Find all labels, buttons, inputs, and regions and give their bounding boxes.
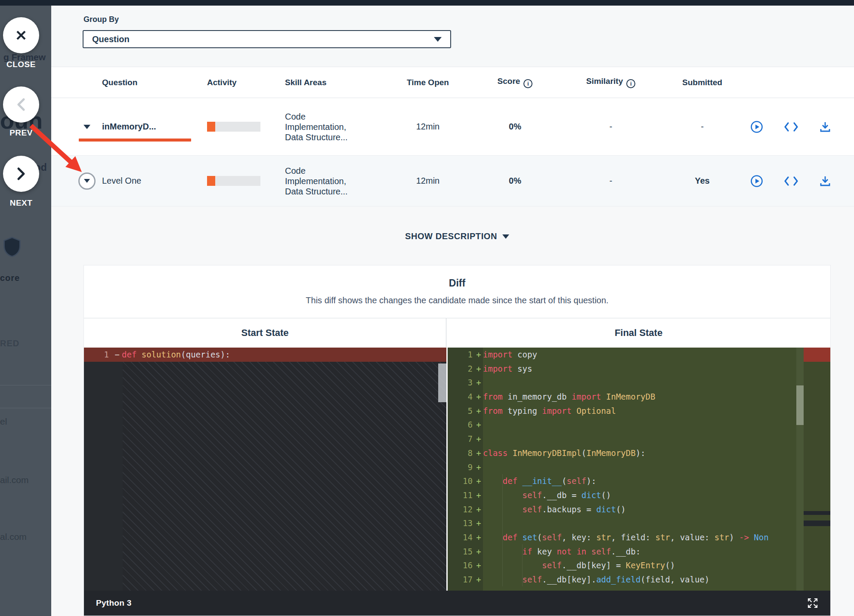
code-line: 1−def solution(queries): xyxy=(84,348,446,362)
code-line: 9+ xyxy=(448,460,796,474)
caret-down-icon xyxy=(434,37,442,42)
diff-card: Diff This diff shows the changes the can… xyxy=(84,265,831,616)
final-state-header: Final State xyxy=(447,318,830,348)
chevron-down-icon[interactable] xyxy=(84,125,90,129)
download-button[interactable] xyxy=(819,175,831,187)
code-line: 1+import copy xyxy=(448,348,796,362)
view-code-button[interactable] xyxy=(784,176,798,187)
score-cell: 0% xyxy=(477,122,553,132)
activity-bar xyxy=(207,176,260,186)
play-icon xyxy=(750,120,763,133)
score-cell: 0% xyxy=(477,176,553,186)
group-by-section: Group By Question xyxy=(51,6,854,67)
next-button[interactable] xyxy=(3,156,39,192)
view-code-button[interactable] xyxy=(784,121,798,132)
minimap-removed-mark xyxy=(804,348,831,362)
start-state-editor: 1−def solution(queries): xyxy=(84,348,446,591)
scrollbar-thumb[interactable] xyxy=(796,385,804,425)
code-line: 3+ xyxy=(448,376,796,390)
diff-subtitle: This diff shows the changes the candidat… xyxy=(84,296,830,305)
code-line: 7+ xyxy=(448,432,796,446)
fullscreen-button[interactable] xyxy=(807,598,818,609)
time-open-cell: 12min xyxy=(378,176,477,186)
code-line: 2+import sys xyxy=(448,362,796,376)
code-line: 10+ def __init__(self): xyxy=(448,474,796,488)
column-header-question: Question xyxy=(51,78,202,87)
chevron-left-icon xyxy=(15,97,27,112)
floating-nav: CLOSE PREV NEXT xyxy=(0,0,52,616)
group-by-value: Question xyxy=(92,34,130,44)
code-line: 6+ xyxy=(448,418,796,432)
column-header-submitted: Submitted xyxy=(669,78,736,87)
question-name[interactable]: inMemoryD... xyxy=(102,122,156,132)
annotation-underline xyxy=(79,139,191,142)
activity-fill xyxy=(207,176,215,186)
skill-areas-cell: Code Implementation, Data Structure... xyxy=(275,111,378,142)
activity-bar xyxy=(207,122,260,132)
submitted-cell: - xyxy=(669,122,736,132)
prev-button[interactable] xyxy=(3,86,39,123)
skill-areas-cell: Code Implementation, Data Structure... xyxy=(275,166,378,197)
code-icon xyxy=(784,121,798,132)
code-line: 4+from in_memory_db import InMemoryDB xyxy=(448,390,796,404)
removed-region-hatch xyxy=(123,362,446,591)
column-header-activity: Activity xyxy=(202,78,275,87)
code-line: 11+ self.__db = dict() xyxy=(448,488,796,502)
download-icon xyxy=(819,175,831,187)
prev-label: PREV xyxy=(0,128,42,138)
question-name[interactable]: Level One xyxy=(102,176,141,186)
code-line: 12+ self.backups = dict() xyxy=(448,502,796,517)
time-open-cell: 12min xyxy=(378,122,477,132)
start-state-header: Start State xyxy=(84,318,446,348)
similarity-cell: - xyxy=(553,176,669,186)
play-recording-button[interactable] xyxy=(750,120,763,133)
column-header-time-open: Time Open xyxy=(378,78,477,87)
report-panel: Group By Question Question Activity Skil… xyxy=(51,6,854,616)
language-label: Python 3 xyxy=(96,598,132,608)
download-button[interactable] xyxy=(819,121,831,133)
similarity-info-icon[interactable]: i xyxy=(626,79,635,88)
code-line: 14+ def set(self, key: str, field: str, … xyxy=(448,530,796,545)
group-by-select[interactable]: Question xyxy=(83,30,451,48)
table-header: Question Activity Skill Areas Time Open … xyxy=(51,67,854,98)
close-button[interactable] xyxy=(3,17,39,53)
close-icon xyxy=(14,28,28,42)
start-editor-scrollbar-thumb[interactable] xyxy=(438,363,446,402)
code-icon xyxy=(784,176,798,187)
download-icon xyxy=(819,121,831,133)
detail-section: SHOW DESCRIPTION Diff This diff shows th… xyxy=(51,206,854,616)
question-cell: inMemoryD... xyxy=(51,122,202,132)
editor-status-bar: Python 3 xyxy=(84,591,830,616)
top-bar xyxy=(0,0,854,6)
indent-guide xyxy=(502,474,503,586)
group-by-label: Group By xyxy=(84,15,119,24)
column-header-skill-areas: Skill Areas xyxy=(275,78,378,87)
final-editor-scrollbar[interactable] xyxy=(796,348,804,591)
play-icon xyxy=(750,175,763,188)
activity-fill xyxy=(207,122,215,132)
expand-row-button[interactable] xyxy=(78,172,96,190)
close-label: CLOSE xyxy=(0,60,42,69)
chevron-down-icon xyxy=(84,179,90,183)
show-description-toggle[interactable]: SHOW DESCRIPTION xyxy=(84,231,831,241)
code-line: 5+from typing import Optional xyxy=(448,404,796,418)
code-line: 8+class InMemoryDBImpl(InMemoryDB): xyxy=(448,446,796,460)
expand-icon xyxy=(807,598,818,609)
show-description-label: SHOW DESCRIPTION xyxy=(405,231,497,241)
code-line: 16+ self.__db[key] = KeyEntry() xyxy=(448,558,796,573)
chevron-right-icon xyxy=(15,166,27,181)
diff-title: Diff xyxy=(84,277,830,289)
minimap xyxy=(804,348,831,591)
column-header-similarity: Similarityi xyxy=(553,77,669,88)
code-line: 13+ xyxy=(448,516,796,530)
table-row-level-one[interactable]: Level One Code Implementation, Data Stru… xyxy=(51,156,854,206)
code-line: 17+ self.__db[key].add_field(field, valu… xyxy=(448,573,796,587)
table-row-inmemorydb[interactable]: inMemoryD... Code Implementation, Data S… xyxy=(51,98,854,156)
play-recording-button[interactable] xyxy=(750,175,763,188)
code-line: 15+ if key not in self.__db: xyxy=(448,545,796,559)
next-label: NEXT xyxy=(0,198,42,208)
question-cell: Level One xyxy=(51,172,202,190)
caret-down-icon xyxy=(502,234,509,239)
score-info-icon[interactable]: i xyxy=(523,79,532,88)
minimap-mark xyxy=(804,521,831,526)
